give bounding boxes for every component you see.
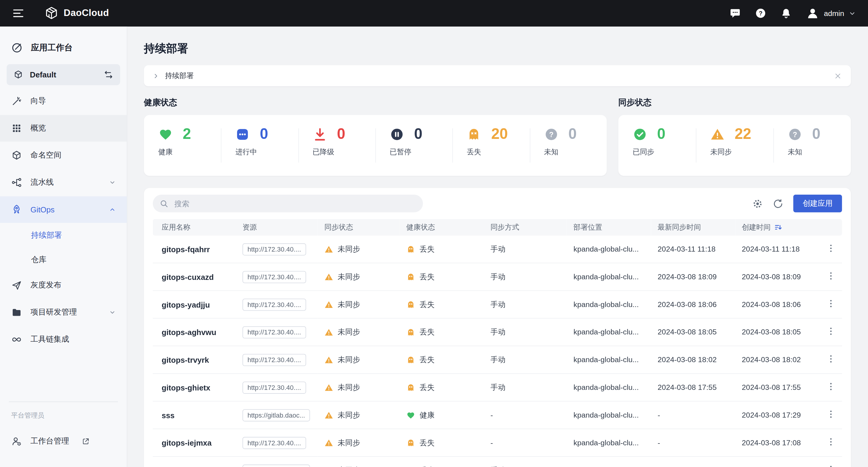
last-sync-time: 2024-03-11 11:18: [651, 236, 735, 263]
rocket-icon: [11, 204, 22, 215]
deploy-location: kpanda-global-clu...: [567, 374, 651, 401]
sidebar-item-label: 概览: [30, 123, 46, 133]
app-name-link[interactable]: sss: [162, 411, 175, 420]
sidebar-item-continuous-deployment[interactable]: 持续部署: [0, 224, 127, 248]
column-header[interactable]: 应用名称: [153, 219, 236, 236]
last-sync-time: -: [651, 429, 735, 457]
settings-icon[interactable]: [752, 198, 763, 209]
sidebar-item-repositories[interactable]: 仓库: [0, 248, 127, 272]
deploy-location: kpanda-global-clu...: [567, 318, 651, 346]
row-actions-button[interactable]: [826, 326, 836, 336]
workspace-selector[interactable]: Default: [7, 64, 120, 85]
sidebar: 应用工作台 Default 向导 概览 命名空间 流水线: [0, 27, 127, 467]
switch-workspace-icon[interactable]: [103, 70, 114, 79]
health-status-label: 健康: [420, 410, 435, 420]
help-icon[interactable]: ?: [755, 8, 766, 19]
column-header[interactable]: 最新同步时间: [651, 219, 735, 236]
sidebar-item-workbench-admin[interactable]: 工作台管理: [0, 428, 127, 455]
search-box[interactable]: [153, 195, 423, 212]
table-row: gitops-dixgvlhttps://gitlab.daoc...未同步丢失…: [153, 457, 842, 467]
out-of-sync-icon: [324, 438, 333, 447]
create-app-button[interactable]: 创建应用: [793, 195, 842, 212]
column-header[interactable]: 资源: [236, 219, 318, 236]
created-time: 2024-03-05 18:05: [735, 457, 817, 467]
health-status-label: 丢失: [420, 272, 435, 282]
ghost-icon: [406, 438, 415, 447]
out-of-sync-icon: [324, 328, 333, 337]
cube-icon: [11, 150, 22, 161]
main-content: 持续部署 持续部署 健康状态 2健康0进行中0已降级0已暂停20丢失?0未知 同…: [127, 27, 868, 467]
app-name-link[interactable]: gitops-ghietx: [162, 383, 210, 392]
app-name-link[interactable]: gitops-iejmxa: [162, 438, 212, 447]
column-header[interactable]: 同步状态: [318, 219, 400, 236]
column-header[interactable]: 健康状态: [400, 219, 484, 236]
resource-tag: http://172.30.40....: [243, 381, 306, 394]
column-header[interactable]: 同步方式: [484, 219, 567, 236]
refresh-icon[interactable]: [773, 198, 783, 209]
brand-name: DaoCloud: [64, 8, 109, 19]
messages-icon[interactable]: [730, 8, 741, 19]
app-name-link[interactable]: gitops-dixgvl: [162, 466, 210, 467]
wand-icon: [11, 96, 22, 107]
app-name-link[interactable]: gitops-cuxazd: [162, 272, 214, 281]
row-actions-button[interactable]: [826, 381, 836, 391]
sidebar-item-overview[interactable]: 概览: [0, 115, 127, 142]
notifications-icon[interactable]: [780, 8, 792, 19]
last-sync-time: 2024-03-05 18:05: [651, 457, 735, 467]
sidebar-item-project-management[interactable]: 项目研发管理: [0, 299, 127, 326]
health-status-label: 丢失: [420, 355, 435, 365]
app-name-link[interactable]: gitops-trvyrk: [162, 355, 209, 364]
resource-tag: http://172.30.40....: [243, 298, 306, 310]
stat-value: 0: [414, 127, 423, 142]
sync-mode: 手动: [484, 457, 567, 467]
sort-created-icon[interactable]: [774, 223, 783, 232]
sidebar-item-pipelines[interactable]: 流水线: [0, 169, 127, 196]
user-menu[interactable]: admin: [806, 7, 856, 20]
sidebar-item-toolchain[interactable]: 工具链集成: [0, 326, 127, 353]
column-header[interactable]: 部署位置: [567, 219, 651, 236]
workbench-icon: [11, 41, 23, 54]
sidebar-item-namespaces[interactable]: 命名空间: [0, 142, 127, 169]
folder-icon: [11, 307, 22, 318]
row-actions-button[interactable]: [826, 354, 836, 364]
column-header[interactable]: 创建时间: [735, 219, 817, 236]
row-actions-button[interactable]: [826, 409, 836, 419]
menu-toggle-icon[interactable]: [12, 7, 24, 19]
chevron-down-icon: [849, 10, 856, 17]
row-actions-button[interactable]: [826, 437, 836, 447]
health-status-card: 2健康0进行中0已降级0已暂停20丢失?0未知: [144, 115, 607, 176]
app-name-link[interactable]: gitops-fqahrr: [162, 245, 210, 254]
expand-icon[interactable]: [153, 73, 159, 79]
row-actions-button[interactable]: [826, 271, 836, 281]
page-title: 持续部署: [144, 41, 851, 56]
out-of-sync-icon: [324, 355, 333, 364]
app-name-link[interactable]: gitops-yadjju: [162, 300, 210, 309]
health-status-label: 丢失: [420, 244, 435, 254]
ghost-icon: [406, 245, 415, 254]
stat-label: 已同步: [633, 147, 696, 157]
sidebar-item-gitops[interactable]: GitOps: [0, 196, 127, 223]
close-icon[interactable]: [834, 72, 842, 80]
row-actions-button[interactable]: [826, 465, 836, 467]
ghost-icon: [406, 383, 415, 392]
stat-value: 0: [337, 127, 345, 142]
app-name-link[interactable]: gitops-aghvwu: [162, 328, 216, 337]
search-input[interactable]: [174, 199, 416, 208]
health-status-label: 丢失: [420, 438, 435, 448]
out-of-sync-icon: [324, 272, 333, 281]
sidebar-item-gray-release[interactable]: 灰度发布: [0, 272, 127, 299]
table-row: gitops-fqahrrhttp://172.30.40....未同步丢失手动…: [153, 236, 842, 263]
sidebar-item-app-workbench[interactable]: 应用工作台: [0, 35, 127, 60]
last-sync-time: 2024-03-08 18:02: [651, 346, 735, 374]
table-row: gitops-ghietxhttp://172.30.40....未同步丢失手动…: [153, 374, 842, 401]
sync-status-label: 未同步: [338, 244, 360, 254]
row-actions-button[interactable]: [826, 299, 836, 308]
column-header: [817, 219, 842, 236]
row-actions-button[interactable]: [826, 243, 836, 254]
brand[interactable]: DaoCloud: [44, 6, 109, 21]
external-link-icon: [82, 437, 90, 445]
sidebar-item-label: 灰度发布: [30, 280, 62, 291]
sidebar-item-wizard[interactable]: 向导: [0, 88, 127, 114]
sidebar-item-label: 工作台管理: [30, 436, 69, 446]
deploy-location: kpanda-global-clu...: [567, 401, 651, 429]
